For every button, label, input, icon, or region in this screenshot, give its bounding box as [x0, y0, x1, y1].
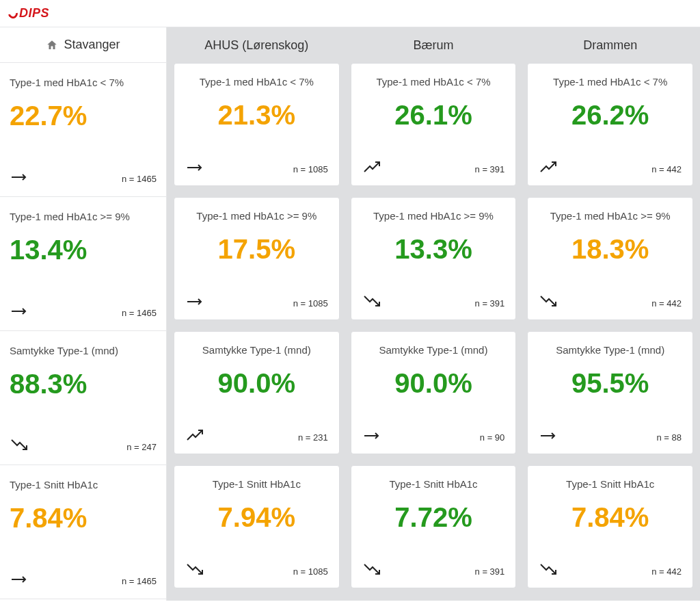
metric-card[interactable]: Samtykke Type-1 (mnd) 95.5% n = 88: [527, 331, 693, 454]
metric-title: Samtykke Type-1 (mnd): [539, 344, 682, 356]
trend-down-icon: [362, 295, 381, 309]
metric-n: n = 247: [126, 442, 157, 452]
metric-title: Type-1 Snitt HbA1c: [185, 478, 328, 490]
trend-up-icon: [539, 161, 558, 174]
metric-n: n = 1465: [122, 576, 157, 586]
metric-title: Samtykke Type-1 (mnd): [185, 344, 328, 356]
metric-n: n = 1465: [122, 174, 157, 184]
metric-title: Type-1 med HbA1c < 7%: [539, 76, 682, 88]
metric-n: n = 1465: [122, 308, 157, 318]
metric-n: n = 90: [480, 432, 505, 443]
metric-value: 17.5%: [185, 234, 328, 264]
metric-card[interactable]: Samtykke Type-1 (mnd) 90.0% n = 231: [174, 331, 340, 454]
metric-value: 7.84%: [10, 503, 157, 533]
metric-value: 13.4%: [10, 235, 157, 265]
metric-title: Type-1 med HbA1c >= 9%: [362, 210, 505, 222]
metric-n: n = 231: [298, 432, 328, 443]
brand-logo: DIPS: [8, 6, 49, 21]
metric-value: 18.3%: [539, 234, 682, 264]
trend-flat-icon: [185, 161, 204, 174]
metric-card[interactable]: Samtykke Type-1 (mnd) 90.0% n = 90: [351, 331, 517, 454]
metric-title: Samtykke Type-1 (mnd): [362, 344, 505, 356]
metric-card[interactable]: Type-1 med HbA1c < 7% 26.2% n = 442: [527, 63, 693, 186]
metric-title: Type-1 Snitt HbA1c: [539, 478, 682, 490]
trend-up-icon: [362, 161, 381, 174]
sidebar-home-label: Stavanger: [64, 38, 120, 52]
trend-flat-icon: [185, 295, 204, 309]
metric-card[interactable]: Type-1 Snitt HbA1c 7.72% n = 391: [351, 465, 517, 588]
metric-title: Samtykke Type-1 (mnd): [10, 345, 157, 356]
column-headers: AHUS (Lørenskog)BærumDrammen: [174, 27, 693, 63]
trend-down-icon: [362, 563, 381, 577]
metric-title: Type-1 med HbA1c < 7%: [10, 77, 157, 88]
metric-n: n = 391: [475, 298, 505, 309]
trend-flat-icon: [539, 429, 558, 443]
column-header[interactable]: AHUS (Lørenskog): [174, 38, 340, 53]
metric-n: n = 391: [475, 566, 505, 577]
metric-title: Type-1 Snitt HbA1c: [362, 478, 505, 490]
trend-flat-icon: [362, 429, 381, 443]
trend-up-icon: [185, 429, 204, 443]
brand-text: DIPS: [19, 6, 49, 21]
sidebar: Stavanger Type-1 med HbA1c < 7% 22.7% n …: [0, 27, 167, 601]
metric-value: 88.3%: [10, 369, 157, 399]
trend-down-icon: [539, 295, 558, 309]
metric-n: n = 442: [651, 298, 682, 309]
metric-value: 26.1%: [362, 100, 505, 130]
metric-n: n = 1085: [293, 566, 328, 577]
metric-title: Type-1 med HbA1c >= 9%: [10, 211, 157, 222]
top-bar: DIPS: [0, 0, 700, 27]
trend-down-icon: [539, 563, 558, 577]
metric-n: n = 1085: [293, 298, 328, 309]
sidebar-metric-card[interactable]: Samtykke Type-1 (mnd) 88.3% n = 247: [0, 331, 166, 465]
metric-title: Type-1 med HbA1c < 7%: [362, 76, 505, 88]
metric-value: 21.3%: [185, 100, 328, 130]
metric-card[interactable]: Type-1 Snitt HbA1c 7.84% n = 442: [527, 465, 693, 588]
trend-down-icon: [185, 563, 204, 577]
main-panel: AHUS (Lørenskog)BærumDrammen Type-1 med …: [167, 27, 700, 601]
home-icon: [46, 39, 58, 51]
metric-title: Type-1 Snitt HbA1c: [10, 479, 157, 490]
metric-card[interactable]: Type-1 med HbA1c >= 9% 17.5% n = 1085: [174, 197, 340, 320]
metric-value: 95.5%: [539, 368, 682, 398]
metric-n: n = 442: [651, 164, 682, 174]
metric-n: n = 442: [651, 566, 682, 577]
cards-grid: Type-1 med HbA1c < 7% 21.3% n = 1085 Typ…: [174, 63, 693, 588]
sidebar-metric-card[interactable]: Type-1 Snitt HbA1c 7.84% n = 1465: [0, 465, 166, 599]
metric-card[interactable]: Type-1 med HbA1c >= 9% 18.3% n = 442: [527, 197, 693, 320]
metric-value: 90.0%: [362, 368, 505, 398]
column-header[interactable]: Drammen: [527, 38, 693, 53]
sidebar-home[interactable]: Stavanger: [0, 27, 166, 63]
sidebar-metric-card[interactable]: Type-1 med HbA1c < 7% 22.7% n = 1465: [0, 63, 166, 197]
trend-flat-icon: [10, 573, 29, 586]
metric-card[interactable]: Type-1 med HbA1c < 7% 26.1% n = 391: [351, 63, 517, 186]
metric-title: Type-1 med HbA1c >= 9%: [539, 210, 682, 222]
column-header[interactable]: Bærum: [351, 38, 517, 53]
trend-flat-icon: [10, 304, 29, 318]
trend-down-icon: [10, 439, 29, 452]
brand-swoosh-icon: [6, 7, 19, 20]
metric-n: n = 88: [656, 432, 682, 443]
metric-n: n = 391: [475, 164, 505, 174]
metric-value: 13.3%: [362, 234, 505, 264]
metric-value: 7.94%: [185, 502, 328, 532]
sidebar-metric-card[interactable]: Type-1 med HbA1c >= 9% 13.4% n = 1465: [0, 197, 166, 331]
metric-card[interactable]: Type-1 Snitt HbA1c 7.94% n = 1085: [174, 465, 340, 588]
metric-value: 26.2%: [539, 100, 682, 130]
metric-card[interactable]: Type-1 med HbA1c < 7% 21.3% n = 1085: [174, 63, 340, 186]
metric-title: Type-1 med HbA1c < 7%: [185, 76, 328, 88]
metric-value: 7.72%: [362, 502, 505, 532]
metric-title: Type-1 med HbA1c >= 9%: [185, 210, 328, 222]
metric-value: 90.0%: [185, 368, 328, 398]
metric-n: n = 1085: [293, 164, 328, 174]
metric-value: 7.84%: [539, 502, 682, 532]
trend-flat-icon: [10, 170, 29, 184]
metric-card[interactable]: Type-1 med HbA1c >= 9% 13.3% n = 391: [351, 197, 517, 320]
metric-value: 22.7%: [10, 101, 157, 131]
